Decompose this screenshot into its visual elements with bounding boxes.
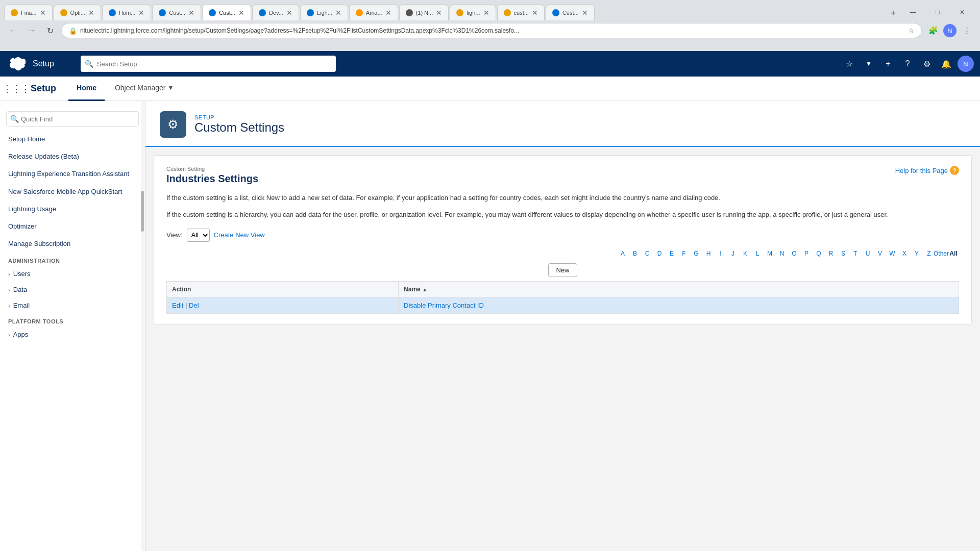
alpha-btn-b[interactable]: B	[629, 248, 641, 259]
alpha-btn-x[interactable]: X	[899, 248, 910, 259]
sidebar-item-release-updates[interactable]: Release Updates (Beta)	[0, 148, 145, 165]
alpha-btn-r[interactable]: R	[825, 248, 837, 259]
tab-object-manager[interactable]: Object Manager ▼	[107, 77, 182, 101]
minimize-button[interactable]: —	[901, 4, 925, 20]
sidebar-item-users[interactable]: › Users	[0, 266, 145, 282]
sidebar-item-data[interactable]: › Data	[0, 282, 145, 297]
address-bar[interactable]: 🔒 nituelectric.lightning.force.com/light…	[61, 23, 922, 38]
bookmark-icon[interactable]: ☆	[909, 27, 914, 34]
star-dropdown-icon[interactable]: ▼	[861, 56, 877, 72]
browser-tab-11[interactable]: Cust... ✕	[546, 4, 595, 20]
sidebar-item-email[interactable]: › Email	[0, 297, 145, 313]
alpha-btn-s[interactable]: S	[838, 248, 849, 259]
column-header-name[interactable]: Name ▲	[399, 281, 959, 297]
avatar[interactable]: N	[958, 56, 974, 72]
alpha-btn-u[interactable]: U	[862, 248, 873, 259]
action-edit-link[interactable]: Edit	[172, 302, 183, 309]
alpha-btn-all[interactable]: All	[948, 248, 959, 259]
settings-icon[interactable]: ⚙	[919, 56, 935, 72]
alpha-btn-n[interactable]: N	[776, 248, 788, 259]
tab-close-icon[interactable]: ✕	[532, 9, 538, 17]
browser-tab-6[interactable]: Ligh... ✕	[300, 4, 348, 20]
browser-tab-4[interactable]: Cust... ✕	[202, 4, 251, 20]
alpha-btn-t[interactable]: T	[850, 248, 861, 259]
tab-close-icon[interactable]: ✕	[88, 9, 94, 17]
tab-home[interactable]: Home	[68, 77, 105, 101]
salesforce-logo[interactable]	[6, 54, 27, 74]
tab-close-icon[interactable]: ✕	[188, 9, 194, 17]
alpha-btn-z[interactable]: Z	[923, 248, 935, 259]
alpha-btn-p[interactable]: P	[801, 248, 812, 259]
alpha-btn-other[interactable]: Other	[936, 248, 947, 259]
extensions-icon[interactable]: 🧩	[926, 23, 940, 38]
sidebar: 🔍 Setup Home Release Updates (Beta) Ligh…	[0, 101, 145, 551]
tab-close-icon[interactable]: ✕	[238, 9, 244, 17]
browser-tab-3[interactable]: Cust... ✕	[152, 4, 201, 20]
record-name-link[interactable]: Disable Primary Contact ID	[404, 302, 484, 309]
star-icon[interactable]: ☆	[841, 56, 857, 72]
alpha-btn-d[interactable]: D	[654, 248, 665, 259]
alpha-btn-l[interactable]: L	[752, 248, 763, 259]
sidebar-item-manage-subscription[interactable]: Manage Subscription	[0, 235, 145, 253]
reload-button[interactable]: ↻	[43, 23, 57, 38]
new-button[interactable]: New	[548, 263, 577, 277]
alpha-btn-c[interactable]: C	[642, 248, 653, 259]
browser-tab-1[interactable]: Opti... ✕	[54, 4, 101, 20]
alpha-btn-m[interactable]: M	[764, 248, 775, 259]
maximize-button[interactable]: □	[926, 4, 949, 20]
browser-tab-10[interactable]: cust... ✕	[497, 4, 545, 20]
browser-tab-7[interactable]: Ama... ✕	[349, 4, 398, 20]
sidebar-item-setup-home[interactable]: Setup Home	[0, 131, 145, 148]
table-row: Edit | Del Disable Primary Contact ID	[167, 297, 959, 313]
tab-close-icon[interactable]: ✕	[40, 9, 46, 17]
alpha-btn-g[interactable]: G	[691, 248, 702, 259]
tab-close-icon[interactable]: ✕	[385, 9, 391, 17]
tab-close-icon[interactable]: ✕	[286, 9, 292, 17]
more-options-icon[interactable]: ⋮	[960, 23, 974, 38]
alpha-btn-a[interactable]: A	[617, 248, 628, 259]
add-icon[interactable]: +	[880, 56, 896, 72]
help-link[interactable]: Help for this Page ?	[895, 166, 959, 175]
search-input[interactable]	[81, 56, 336, 72]
action-del-link[interactable]: Del	[189, 302, 199, 309]
browser-tab-5[interactable]: Dev... ✕	[252, 4, 299, 20]
grid-icon[interactable]: ⋮⋮⋮	[8, 81, 24, 97]
alpha-btn-w[interactable]: W	[887, 248, 898, 259]
create-new-view-link[interactable]: Create New View	[214, 231, 265, 239]
new-tab-button[interactable]: +	[886, 6, 900, 20]
browser-tab-0[interactable]: Fina... ✕	[4, 4, 53, 20]
browser-tab-2[interactable]: Hom... ✕	[102, 4, 151, 20]
alpha-btn-y[interactable]: Y	[911, 248, 922, 259]
tab-close-icon[interactable]: ✕	[335, 9, 341, 17]
tab-close-icon[interactable]: ✕	[582, 9, 588, 17]
profile-icon[interactable]: N	[943, 24, 957, 37]
alpha-btn-h[interactable]: H	[703, 248, 714, 259]
alpha-btn-o[interactable]: O	[789, 248, 800, 259]
view-select[interactable]: All	[187, 229, 210, 242]
notifications-icon[interactable]: 🔔	[938, 56, 954, 72]
alpha-btn-q[interactable]: Q	[813, 248, 824, 259]
tab-close-icon[interactable]: ✕	[483, 9, 489, 17]
tab-close-icon[interactable]: ✕	[436, 9, 442, 17]
alpha-btn-i[interactable]: I	[715, 248, 726, 259]
tab-close-icon[interactable]: ✕	[138, 9, 144, 17]
alpha-btn-k[interactable]: K	[740, 248, 751, 259]
alpha-btn-v[interactable]: V	[874, 248, 886, 259]
sidebar-item-apps[interactable]: › Apps	[0, 327, 145, 342]
sidebar-item-optimizer[interactable]: Optimizer	[0, 218, 145, 235]
sidebar-item-lightning-transition[interactable]: Lightning Experience Transition Assistan…	[0, 165, 145, 183]
table-cell-action: Edit | Del	[167, 297, 399, 313]
alpha-btn-j[interactable]: J	[727, 248, 739, 259]
browser-tab-8[interactable]: (1) N... ✕	[399, 4, 449, 20]
browser-tab-9[interactable]: ligh... ✕	[450, 4, 496, 20]
forward-button[interactable]: →	[24, 23, 39, 38]
alpha-btn-f[interactable]: F	[678, 248, 690, 259]
sidebar-item-mobile-quickstart[interactable]: New Salesforce Mobile App QuickStart	[0, 183, 145, 201]
alpha-btn-e[interactable]: E	[666, 248, 677, 259]
close-button[interactable]: ✕	[950, 4, 974, 20]
quick-find-input[interactable]	[6, 111, 139, 127]
help-icon[interactable]: ?	[899, 56, 916, 72]
back-button[interactable]: ←	[6, 23, 20, 38]
search-bar[interactable]: 🔍	[81, 56, 336, 72]
sidebar-item-lightning-usage[interactable]: Lightning Usage	[0, 201, 145, 218]
